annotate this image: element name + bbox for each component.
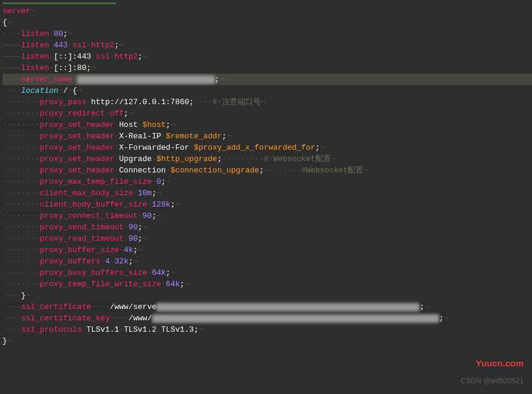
- code-line: ········proxy_connect_timeout·90;¬: [2, 210, 532, 222]
- code-line: ········client_body_buffer_size·128k;¬: [2, 199, 532, 210]
- code-line: ········proxy_pass·http://127.0.0.1:7860…: [2, 96, 532, 108]
- ruler: [2, 2, 532, 4]
- code-line: }¬: [2, 335, 532, 347]
- code-line: ————listen·443·ssl·http2;¬: [2, 40, 532, 51]
- code-line: ————listen·[::]:80;¬: [2, 62, 532, 74]
- code-line: ····}¬: [2, 290, 532, 301]
- code-line: ········proxy_redirect·off;¬: [2, 108, 532, 119]
- code-line: ········proxy_read_timeout·90;¬: [2, 233, 532, 244]
- code-line: ········proxy_temp_file_write_size·64k;¬: [2, 278, 532, 290]
- code-line: ········proxy_set_header·X-Forwarded-For…: [2, 142, 532, 153]
- code-line: ········proxy_max_temp_file_size·0;¬: [2, 176, 532, 187]
- code-line: server¬: [2, 5, 532, 17]
- code-line: ········proxy_set_header·Connection·$con…: [2, 165, 532, 176]
- code-line: {¬: [2, 17, 532, 28]
- code-line: ········proxy_set_header·Host·$host;¬: [2, 119, 532, 131]
- code-line: ········proxy_busy_buffers_size·64k;¬: [2, 267, 532, 278]
- redacted-block: x: [156, 303, 419, 311]
- code-line-highlighted: ····server_name·x;¬: [2, 74, 532, 85]
- code-line: ————listen·[::]:443·ssl·http2;¬: [2, 51, 532, 62]
- code-line: ········proxy_send_timeout·90;¬: [2, 222, 532, 233]
- code-line: ····ssl_protocols·TLSv1.1·TLSv1.2·TLSv1.…: [2, 324, 532, 335]
- code-line: ········proxy_buffer_size·4k;¬: [2, 244, 532, 256]
- watermark-site: Yuucn.com: [476, 357, 524, 369]
- redacted-block: x: [152, 314, 439, 323]
- watermark-csdn: CSDN @wd520521: [461, 375, 524, 387]
- code-editor: server¬ {¬ ····listen·80;¬ ————listen·44…: [0, 0, 532, 347]
- code-line: ········proxy_set_header·X-Real-IP·$remo…: [2, 131, 532, 142]
- code-line: ········proxy_set_header·Upgrade·$http_u…: [2, 153, 532, 165]
- code-line: ····ssl_certificate_key····/www/x;¬: [2, 313, 532, 324]
- code-line: ····location·/·{¬: [2, 85, 532, 96]
- code-line: ········client_max_body_size·10m;¬: [2, 187, 532, 199]
- redacted-block: x: [77, 75, 215, 84]
- code-line: ····ssl_certificate····/www/servex;¬: [2, 301, 532, 313]
- code-line: ········proxy_buffers·4·32k;¬: [2, 256, 532, 267]
- code-line: ····listen·80;¬: [2, 28, 532, 40]
